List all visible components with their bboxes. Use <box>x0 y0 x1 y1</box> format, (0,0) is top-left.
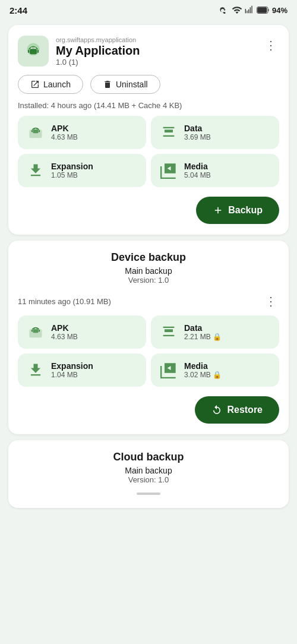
restore-icon <box>211 405 222 415</box>
app-name: My Application <box>56 43 140 58</box>
cloud-backup-subtitle: Main backup <box>18 466 279 475</box>
device-apk-icon <box>26 323 45 342</box>
device-component-media: Media 3.02 MB 🔒 <box>151 353 279 387</box>
svg-rect-15 <box>33 329 38 333</box>
device-component-grid: APK 4.63 MB Data 2.21 MB 🔒 Expan <box>18 315 279 387</box>
device-component-expansion: Expansion 1.04 MB <box>18 353 146 387</box>
app-card: org.swiftapps.myapplication My Applicati… <box>8 25 289 235</box>
media-icon <box>159 161 178 180</box>
action-buttons: Launch Uninstall <box>18 75 279 94</box>
svg-point-6 <box>31 48 32 49</box>
battery-icon <box>257 6 270 14</box>
status-icons: 94% <box>220 5 287 15</box>
svg-rect-10 <box>31 130 33 132</box>
wifi-icon <box>232 5 242 15</box>
install-info: Installed: 4 hours ago (14.41 MB + Cache… <box>18 101 279 110</box>
battery-percent: 94% <box>272 6 287 15</box>
device-backup-version: Version: 1.0 <box>18 276 279 285</box>
data-lock-icon: 🔒 <box>213 333 222 341</box>
svg-rect-4 <box>28 50 29 53</box>
app-component-media: Media 5.04 MB <box>151 154 279 187</box>
svg-rect-3 <box>30 49 37 54</box>
scroll-indicator <box>137 493 160 495</box>
svg-point-19 <box>36 328 37 329</box>
device-component-data: Data 2.21 MB 🔒 <box>151 315 279 349</box>
app-component-apk: APK 4.63 MB <box>18 116 146 149</box>
svg-rect-11 <box>39 130 40 132</box>
launch-icon <box>30 80 40 89</box>
svg-rect-17 <box>39 330 40 332</box>
device-backup-meta: 11 minutes ago (10.91 MB) ⋮ <box>18 292 279 311</box>
app-header: org.swiftapps.myapplication My Applicati… <box>18 36 279 67</box>
plus-icon <box>213 205 223 216</box>
device-backup-card: Device backup Main backup Version: 1.0 1… <box>8 241 289 434</box>
app-version: 1.0 (1) <box>56 58 140 67</box>
app-package: org.swiftapps.myapplication <box>56 36 140 43</box>
cloud-backup-card: Cloud backup Main backup Version: 1.0 <box>8 440 289 508</box>
cloud-backup-title: Cloud backup <box>18 451 279 463</box>
launch-button[interactable]: Launch <box>18 75 83 94</box>
device-component-apk: APK 4.63 MB <box>18 315 146 349</box>
app-more-icon[interactable]: ⋮ <box>263 36 279 55</box>
data-icon <box>159 123 178 142</box>
apk-icon <box>26 123 45 142</box>
status-time: 2:44 <box>10 5 27 15</box>
status-bar: 2:44 94% <box>0 0 297 19</box>
device-media-icon <box>159 361 178 380</box>
svg-rect-1 <box>257 7 267 12</box>
uninstall-button[interactable]: Uninstall <box>90 75 160 94</box>
app-component-data: Data 3.69 MB <box>151 116 279 149</box>
restore-button[interactable]: Restore <box>195 396 279 424</box>
svg-point-12 <box>34 128 35 130</box>
svg-point-18 <box>34 328 35 329</box>
app-component-expansion: Expansion 1.05 MB <box>18 154 146 187</box>
cloud-backup-version: Version: 1.0 <box>18 475 279 484</box>
svg-rect-5 <box>37 50 39 53</box>
key-icon <box>220 5 229 15</box>
app-component-grid: APK 4.63 MB Data 3.69 MB Expansion 1.05 … <box>18 116 279 187</box>
svg-rect-16 <box>31 330 33 332</box>
svg-rect-9 <box>33 130 38 133</box>
signal-icon <box>245 5 254 15</box>
uninstall-icon <box>103 80 112 89</box>
device-backup-title: Device backup <box>18 251 279 264</box>
backup-button[interactable]: Backup <box>196 197 279 224</box>
app-icon <box>18 36 49 67</box>
svg-point-13 <box>36 128 37 130</box>
device-backup-time: 11 minutes ago (10.91 MB) <box>18 297 111 306</box>
device-backup-subtitle: Main backup <box>18 266 279 276</box>
media-lock-icon: 🔒 <box>213 371 222 379</box>
device-data-icon <box>159 323 178 342</box>
device-expansion-icon <box>26 361 45 380</box>
expansion-icon <box>26 161 45 180</box>
device-backup-more-icon[interactable]: ⋮ <box>263 292 279 311</box>
svg-point-7 <box>34 48 36 49</box>
